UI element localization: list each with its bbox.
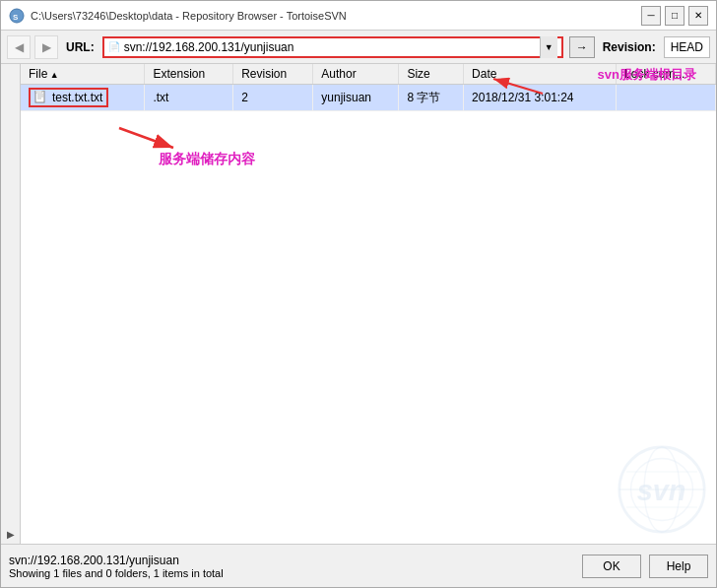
url-dropdown-button[interactable]: ▼	[540, 36, 557, 58]
maximize-button[interactable]: □	[665, 6, 684, 26]
title-bar: S C:\Users\73246\Desktop\data - Reposito…	[1, 1, 716, 31]
svg-rect-3	[35, 91, 42, 93]
revision-label: Revision:	[603, 40, 656, 54]
status-line2: Showing 1 files and 0 folders, 1 items i…	[9, 567, 582, 579]
url-input-wrapper: 📄 ▼	[102, 36, 563, 58]
main-area: File Extension Revision Author Size Date…	[21, 64, 716, 544]
cell-revision: 2	[233, 85, 313, 111]
url-input[interactable]	[124, 40, 540, 54]
app-icon: S	[9, 8, 25, 24]
title-bar-left: S C:\Users\73246\Desktop\data - Reposito…	[9, 8, 347, 24]
ok-button[interactable]: OK	[582, 555, 641, 578]
url-label: URL:	[66, 40, 95, 54]
go-icon: →	[576, 40, 588, 54]
revision-value: HEAD	[664, 36, 710, 58]
table-header: File Extension Revision Author Size Date…	[21, 64, 716, 85]
col-size[interactable]: Size	[399, 64, 464, 85]
title-bar-buttons: ─ □ ✕	[641, 6, 708, 26]
go-button[interactable]: →	[569, 36, 595, 58]
status-bar: svn://192.168.200.131/yunjisuan Showing …	[1, 544, 716, 587]
table-body: test.txt.txt .txt 2 yunjisuan 8 字节 2018/…	[21, 85, 716, 111]
left-panel: ▶	[1, 64, 21, 544]
col-lock[interactable]: Lock com...	[617, 64, 716, 85]
file-table-container[interactable]: File Extension Revision Author Size Date…	[21, 64, 716, 544]
file-name-border: test.txt.txt	[29, 88, 108, 107]
expand-arrow[interactable]: ▶	[7, 529, 15, 540]
col-revision[interactable]: Revision	[233, 64, 313, 85]
file-name: test.txt.txt	[52, 91, 102, 104]
back-button[interactable]: ◀	[7, 35, 31, 59]
col-extension[interactable]: Extension	[145, 64, 233, 85]
help-button[interactable]: Help	[649, 555, 708, 578]
file-table: File Extension Revision Author Size Date…	[21, 64, 716, 111]
cell-author: yunjisuan	[313, 85, 399, 111]
content-area: ▶ File Extension Revision Author Size Da…	[1, 64, 716, 544]
col-file[interactable]: File	[21, 64, 145, 85]
cell-date: 2018/12/31 3:01:24	[464, 85, 617, 111]
cell-size: 8 字节	[399, 85, 464, 111]
toolbar: ◀ ▶ URL: 📄 ▼ → Revision: HEAD	[1, 31, 716, 64]
cell-extension: .txt	[145, 85, 233, 111]
cell-file: test.txt.txt	[21, 85, 145, 111]
col-author[interactable]: Author	[313, 64, 399, 85]
file-icon	[34, 91, 48, 104]
url-file-icon: 📄	[108, 41, 120, 52]
status-buttons: OK Help	[582, 555, 708, 578]
col-date[interactable]: Date	[464, 64, 617, 85]
table-row[interactable]: test.txt.txt .txt 2 yunjisuan 8 字节 2018/…	[21, 85, 716, 111]
minimize-button[interactable]: ─	[641, 6, 661, 26]
back-icon: ◀	[15, 40, 24, 54]
main-window: S C:\Users\73246\Desktop\data - Reposito…	[0, 0, 717, 588]
cell-lock	[617, 85, 716, 111]
window-title: C:\Users\73246\Desktop\data - Repository…	[31, 10, 347, 22]
forward-icon: ▶	[42, 40, 51, 54]
close-button[interactable]: ✕	[688, 6, 708, 26]
forward-button[interactable]: ▶	[34, 35, 58, 59]
status-line1: svn://192.168.200.131/yunjisuan	[9, 554, 582, 567]
svg-text:S: S	[13, 13, 19, 22]
status-text-wrapper: svn://192.168.200.131/yunjisuan Showing …	[9, 554, 582, 579]
